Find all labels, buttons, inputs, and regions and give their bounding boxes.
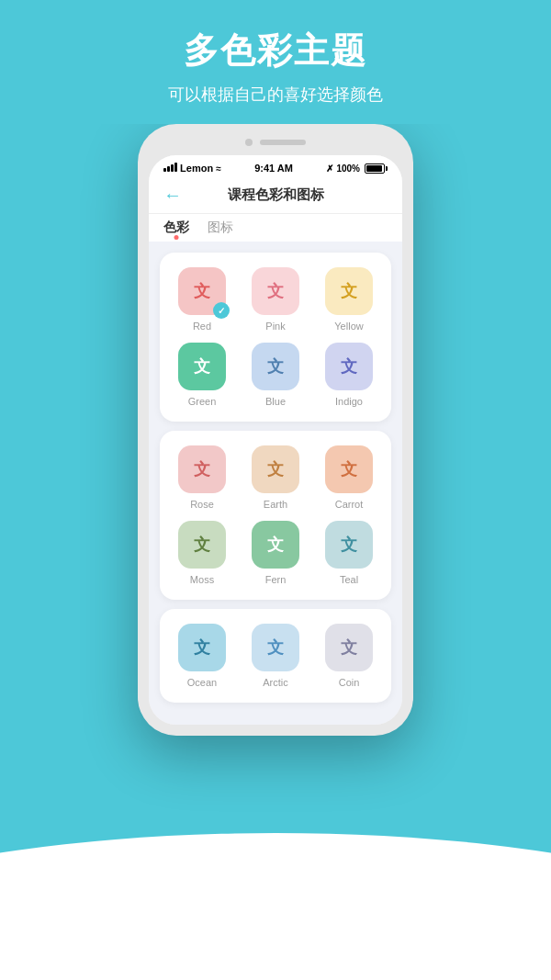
color-label-teal: Teal: [340, 574, 358, 585]
color-label-carrot: Carrot: [335, 499, 364, 510]
tab-icon[interactable]: 图标: [208, 220, 233, 242]
color-swatch-rose: 文: [178, 445, 226, 493]
banner-title: 多色彩主题: [184, 28, 367, 74]
content-area: 文✓Red文Pink文Yellow文Green文Blue文Indigo 文Ros…: [149, 242, 402, 725]
tab-color[interactable]: 色彩: [163, 220, 189, 242]
color-item-fern[interactable]: 文Fern: [244, 521, 307, 585]
phone-camera: [245, 139, 253, 146]
phone-top-bar: [149, 135, 402, 150]
top-banner: 多色彩主题 可以根据自己的喜好选择颜色: [0, 0, 551, 124]
battery-icon: [363, 163, 388, 174]
color-swatch-yellow: 文: [325, 267, 373, 315]
battery-body: [365, 163, 385, 174]
wifi-icon: ≈: [216, 163, 221, 174]
carrier-name: Lemon: [180, 163, 213, 174]
color-swatch-coin: 文: [325, 624, 373, 671]
color-label-coin: Coin: [339, 677, 360, 688]
phone-speaker: [260, 140, 306, 145]
phone-screen: Lemon ≈ 9:41 AM ✗ 100% ←: [149, 155, 402, 725]
color-swatch-red: 文✓: [178, 267, 226, 315]
color-item-earth[interactable]: 文Earth: [244, 445, 307, 510]
color-label-pink: Pink: [265, 321, 285, 332]
color-item-pink[interactable]: 文Pink: [244, 267, 307, 332]
nav-bar: ← 课程色彩和图标: [149, 177, 402, 214]
battery-percent: 100%: [336, 163, 360, 174]
color-item-coin[interactable]: 文Coin: [318, 624, 380, 688]
color-label-fern: Fern: [265, 574, 287, 585]
status-time: 9:41 AM: [254, 163, 293, 174]
battery-tip: [386, 166, 388, 171]
color-card-more: 文Ocean文Arctic文Coin: [160, 609, 391, 703]
signal-bar-4: [174, 163, 177, 172]
color-card-extended: 文Rose文Earth文Carrot文Moss文Fern文Teal: [160, 431, 391, 600]
color-swatch-arctic: 文: [252, 624, 299, 671]
color-swatch-green: 文: [178, 343, 226, 390]
color-item-rose[interactable]: 文Rose: [171, 445, 233, 510]
back-button[interactable]: ←: [163, 185, 182, 206]
carrier-signal: Lemon ≈: [163, 163, 221, 174]
color-label-rose: Rose: [190, 499, 214, 510]
color-item-green[interactable]: 文Green: [171, 343, 233, 407]
color-card-basic: 文✓Red文Pink文Yellow文Green文Blue文Indigo: [160, 253, 391, 422]
signal-bar-1: [163, 168, 166, 172]
color-label-earth: Earth: [264, 499, 287, 510]
color-swatch-teal: 文: [325, 521, 373, 569]
color-label-green: Green: [188, 396, 217, 407]
phone-body: Lemon ≈ 9:41 AM ✗ 100% ←: [138, 124, 413, 736]
color-label-blue: Blue: [265, 396, 286, 407]
nav-title: 课程色彩和图标: [193, 186, 358, 204]
banner-subtitle: 可以根据自己的喜好选择颜色: [168, 84, 383, 106]
color-grid-more: 文Ocean文Arctic文Coin: [171, 624, 380, 688]
color-grid-basic: 文✓Red文Pink文Yellow文Green文Blue文Indigo: [171, 267, 380, 407]
color-label-arctic: Arctic: [263, 677, 288, 688]
color-item-red[interactable]: 文✓Red: [171, 267, 233, 332]
bluetooth-icon: ✗: [326, 163, 333, 174]
color-swatch-fern: 文: [252, 521, 299, 569]
tab-active-dot: [174, 235, 179, 240]
color-grid-extended: 文Rose文Earth文Carrot文Moss文Fern文Teal: [171, 445, 380, 585]
color-swatch-indigo: 文: [325, 343, 373, 390]
color-label-moss: Moss: [190, 574, 214, 585]
color-item-indigo[interactable]: 文Indigo: [318, 343, 380, 407]
color-swatch-carrot: 文: [325, 445, 373, 493]
color-swatch-ocean: 文: [178, 624, 226, 671]
color-label-indigo: Indigo: [335, 396, 363, 407]
signal-icon: [163, 163, 177, 172]
color-item-yellow[interactable]: 文Yellow: [318, 267, 380, 332]
status-bar: Lemon ≈ 9:41 AM ✗ 100%: [149, 155, 402, 177]
color-item-carrot[interactable]: 文Carrot: [318, 445, 380, 510]
color-swatch-pink: 文: [252, 267, 299, 315]
color-item-teal[interactable]: 文Teal: [318, 521, 380, 585]
tabs-row: 色彩 图标: [149, 214, 402, 242]
color-item-blue[interactable]: 文Blue: [244, 343, 307, 407]
selected-check: ✓: [213, 302, 230, 319]
color-label-ocean: Ocean: [187, 677, 217, 688]
color-item-moss[interactable]: 文Moss: [171, 521, 233, 585]
color-label-yellow: Yellow: [334, 321, 363, 332]
color-item-arctic[interactable]: 文Arctic: [244, 624, 307, 688]
color-swatch-earth: 文: [252, 445, 299, 493]
color-swatch-moss: 文: [178, 521, 226, 569]
color-item-ocean[interactable]: 文Ocean: [171, 624, 233, 688]
color-label-red: Red: [193, 321, 211, 332]
battery-fill: [366, 165, 382, 172]
signal-bar-3: [171, 164, 174, 172]
color-swatch-blue: 文: [252, 343, 299, 390]
status-right: ✗ 100%: [326, 163, 388, 174]
signal-bar-2: [167, 166, 170, 172]
